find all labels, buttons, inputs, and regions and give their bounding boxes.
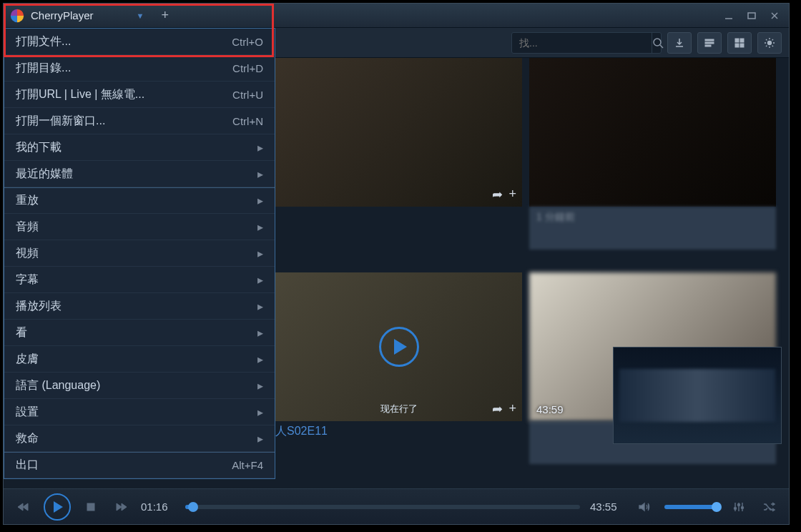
share-icon[interactable]: ➦ bbox=[492, 187, 503, 202]
menu-shortcut: Ctrl+N bbox=[232, 115, 263, 127]
menu-item[interactable]: 音頻▸ bbox=[4, 214, 275, 240]
app-title: CherryPlayer bbox=[31, 9, 94, 21]
title-dropdown-icon[interactable]: ▼ bbox=[137, 11, 144, 20]
svg-rect-9 bbox=[705, 45, 711, 46]
menu-item[interactable]: 出口Alt+F4 bbox=[4, 452, 275, 478]
new-tab-button[interactable]: + bbox=[161, 8, 169, 23]
volume-icon[interactable] bbox=[634, 497, 654, 517]
menu-item-label: 打開文件... bbox=[16, 34, 232, 49]
menu-shortcut: Alt+F4 bbox=[232, 459, 263, 471]
submenu-arrow-icon: ▸ bbox=[257, 220, 263, 234]
menu-item-label: 音頻 bbox=[16, 220, 257, 235]
menu-item[interactable]: 字幕▸ bbox=[4, 267, 275, 293]
seek-bar[interactable] bbox=[185, 505, 580, 509]
elapsed-time: 01:16 bbox=[141, 501, 175, 513]
video-card[interactable]: 1 分鐘前 bbox=[529, 58, 776, 250]
picture-in-picture[interactable] bbox=[613, 347, 782, 444]
submenu-arrow-icon: ▸ bbox=[257, 273, 263, 287]
submenu-arrow-icon: ▸ bbox=[257, 300, 263, 313]
svg-rect-7 bbox=[705, 39, 714, 41]
play-overlay-icon[interactable] bbox=[379, 327, 419, 367]
menu-item[interactable]: 打開URL | Live | 無線電...Ctrl+U bbox=[4, 82, 275, 108]
submenu-arrow-icon: ▸ bbox=[257, 194, 263, 207]
shuffle-button[interactable] bbox=[759, 497, 779, 517]
menu-item[interactable]: 播放列表▸ bbox=[4, 293, 275, 320]
episode-label[interactable]: 人S02E11 bbox=[275, 421, 522, 442]
video-thumbnail[interactable]: ➦+ bbox=[275, 58, 522, 207]
share-icon[interactable]: ➦ bbox=[492, 401, 503, 417]
menu-item-label: 字幕 bbox=[16, 272, 257, 287]
close-button[interactable] bbox=[766, 9, 783, 22]
video-card[interactable]: 现在行了 ➦+ 人S02E11 bbox=[275, 272, 522, 442]
submenu-arrow-icon: ▸ bbox=[257, 326, 263, 340]
titlebar[interactable]: CherryPlayer ▼ + bbox=[4, 4, 789, 28]
menu-item[interactable]: 設置▸ bbox=[4, 399, 275, 425]
player-bar: 01:16 43:55 bbox=[4, 488, 789, 524]
svg-point-14 bbox=[768, 41, 772, 44]
svg-rect-8 bbox=[705, 42, 714, 44]
svg-rect-10 bbox=[735, 39, 739, 42]
menu-shortcut: Ctrl+U bbox=[232, 89, 263, 101]
video-thumbnail[interactable]: 现在行了 ➦+ bbox=[275, 272, 522, 421]
settings-button[interactable] bbox=[757, 32, 782, 54]
stop-button[interactable] bbox=[81, 497, 101, 517]
menu-item-label: 出口 bbox=[16, 458, 232, 473]
menu-item-label: 我的下載 bbox=[16, 140, 257, 155]
download-button[interactable] bbox=[667, 32, 692, 54]
menu-item[interactable]: 打開目錄...Ctrl+D bbox=[4, 55, 275, 82]
svg-rect-15 bbox=[87, 503, 94, 511]
svg-rect-12 bbox=[735, 44, 739, 47]
menu-item-label: 皮膚 bbox=[16, 352, 257, 367]
submenu-arrow-icon: ▸ bbox=[257, 141, 263, 154]
submenu-arrow-icon: ▸ bbox=[257, 432, 263, 445]
next-track-button[interactable] bbox=[111, 497, 131, 517]
menu-item[interactable]: 視頻▸ bbox=[4, 240, 275, 267]
search-input[interactable] bbox=[512, 37, 652, 49]
submenu-arrow-icon: ▸ bbox=[257, 405, 263, 419]
minimize-button[interactable] bbox=[720, 9, 737, 22]
menu-item-label: 語言 (Language) bbox=[16, 378, 257, 393]
submenu-arrow-icon: ▸ bbox=[257, 247, 263, 260]
menu-item[interactable]: 皮膚▸ bbox=[4, 346, 275, 373]
svg-rect-11 bbox=[740, 39, 744, 42]
playlist-toggle-button[interactable] bbox=[697, 32, 722, 54]
menu-item[interactable]: 語言 (Language)▸ bbox=[4, 373, 275, 399]
menu-item-label: 重放 bbox=[16, 193, 257, 208]
menu-item[interactable]: 看▸ bbox=[4, 320, 275, 346]
svg-point-19 bbox=[734, 507, 737, 509]
menu-item[interactable]: 最近的媒體▸ bbox=[4, 161, 275, 187]
add-icon[interactable]: + bbox=[508, 187, 516, 202]
duration-label: 43:59 bbox=[536, 403, 564, 415]
app-window: CherryPlayer ▼ + ➦+ bbox=[3, 3, 790, 525]
grid-view-button[interactable] bbox=[727, 32, 752, 54]
svg-rect-2 bbox=[748, 13, 755, 19]
thumbnail-caption: 现在行了 bbox=[380, 403, 418, 415]
menu-item[interactable]: 我的下載▸ bbox=[4, 134, 275, 161]
add-icon[interactable]: + bbox=[508, 401, 516, 417]
svg-point-21 bbox=[742, 506, 744, 508]
menu-item[interactable]: 打開文件...Ctrl+O bbox=[4, 29, 275, 55]
prev-track-button[interactable] bbox=[14, 497, 34, 517]
app-logo-icon bbox=[9, 8, 25, 24]
menu-item[interactable]: 打開一個新窗口...Ctrl+N bbox=[4, 108, 275, 134]
menu-item-label: 播放列表 bbox=[16, 299, 257, 314]
menu-item-label: 看 bbox=[16, 325, 257, 340]
search-button[interactable] bbox=[652, 33, 664, 53]
search-box[interactable] bbox=[511, 32, 662, 54]
video-thumbnail[interactable] bbox=[529, 58, 776, 207]
total-time: 43:55 bbox=[590, 501, 624, 513]
menu-item-label: 最近的媒體 bbox=[16, 167, 257, 182]
volume-slider[interactable] bbox=[664, 505, 719, 509]
play-button[interactable] bbox=[44, 493, 71, 521]
maximize-button[interactable] bbox=[743, 9, 760, 22]
svg-point-5 bbox=[654, 39, 661, 46]
menu-shortcut: Ctrl+O bbox=[232, 36, 263, 48]
equalizer-button[interactable] bbox=[729, 497, 749, 517]
video-card[interactable]: ➦+ bbox=[275, 58, 522, 207]
main-menu: 打開文件...Ctrl+O打開目錄...Ctrl+D打開URL | Live |… bbox=[4, 28, 275, 479]
submenu-arrow-icon: ▸ bbox=[257, 379, 263, 393]
menu-item[interactable]: 救命▸ bbox=[4, 425, 275, 452]
menu-item-label: 打開URL | Live | 無線電... bbox=[16, 87, 232, 102]
submenu-arrow-icon: ▸ bbox=[257, 353, 263, 366]
menu-item[interactable]: 重放▸ bbox=[4, 187, 275, 214]
